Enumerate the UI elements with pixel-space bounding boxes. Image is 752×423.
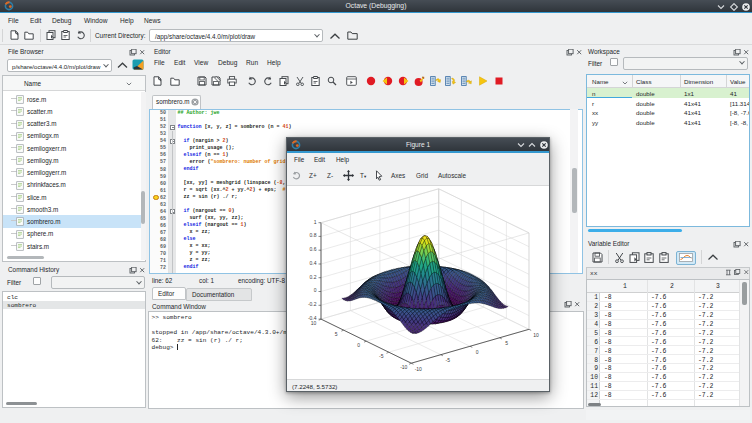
svg-text:0.6: 0.6: [310, 246, 317, 252]
svg-text:-5: -5: [445, 357, 450, 363]
svg-text:1: 1: [314, 219, 317, 225]
svg-text:0.4: 0.4: [310, 260, 317, 266]
svg-text:0.2: 0.2: [310, 274, 317, 280]
svg-text:10: 10: [533, 332, 539, 338]
svg-text:10: 10: [311, 320, 317, 326]
svg-text:0.8: 0.8: [310, 232, 317, 238]
svg-text:5: 5: [335, 331, 338, 337]
svg-text:-10: -10: [400, 364, 407, 370]
svg-text:0: 0: [357, 342, 360, 348]
svg-text:0: 0: [314, 287, 317, 293]
svg-text:-10: -10: [415, 366, 422, 372]
svg-text:-0.2: -0.2: [308, 301, 317, 307]
svg-text:5: 5: [505, 340, 508, 346]
svg-text:0: 0: [476, 349, 479, 355]
svg-text:-5: -5: [379, 353, 384, 359]
